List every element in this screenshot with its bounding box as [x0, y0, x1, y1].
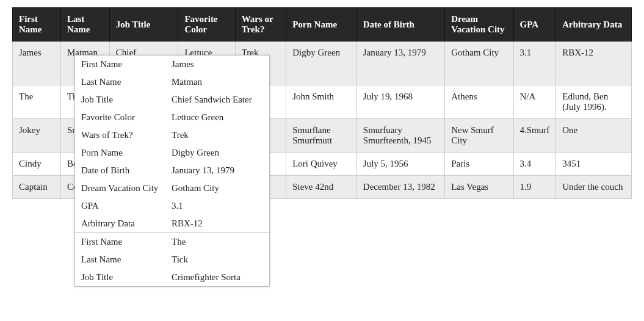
col-first-name[interactable]: First Name	[13, 8, 61, 41]
cell: July 5, 1956	[356, 153, 444, 176]
cell: Lori Quivey	[286, 153, 357, 176]
detail-value: Chief Sandwich Eater	[172, 95, 263, 105]
detail-key: Date of Birth	[81, 165, 172, 176]
detail-row: First NameJames	[75, 56, 269, 73]
detail-key: Last Name	[81, 77, 172, 87]
detail-popup[interactable]: First NameJames Last NameMatman Job Titl…	[74, 55, 270, 206]
detail-key: Dream Vacation City	[81, 183, 172, 193]
col-last-name[interactable]: Last Name	[61, 8, 110, 41]
cell: RBX-12	[556, 41, 632, 85]
cell: Gotham City	[445, 41, 513, 85]
cell: Cindy	[13, 153, 61, 176]
detail-value: James	[172, 59, 263, 70]
col-dream-vacation-city[interactable]: Dream Vacation City	[445, 8, 513, 41]
detail-value: January 13, 1979	[172, 165, 263, 176]
detail-value: Trek	[172, 130, 263, 140]
cell: Las Vegas	[445, 176, 513, 199]
cell: Digby Green	[286, 41, 357, 85]
col-date-of-birth[interactable]: Date of Birth	[356, 8, 444, 41]
col-porn-name[interactable]: Porn Name	[286, 8, 357, 41]
col-job-title[interactable]: Job Title	[109, 8, 178, 41]
detail-value: 3.1	[172, 201, 263, 206]
cell: New Smurf City	[445, 119, 513, 153]
detail-value: Digby Green	[172, 148, 263, 158]
detail-row: Last NameMatman	[75, 73, 269, 91]
cell: Paris	[445, 153, 513, 176]
detail-value: Gotham City	[172, 183, 263, 193]
cell: One	[556, 119, 632, 153]
cell: Steve 42nd	[286, 176, 357, 199]
detail-key: First Name	[81, 59, 172, 70]
cell: January 13, 1979	[356, 41, 444, 85]
cell: 3.1	[513, 41, 556, 85]
cell: 1.9	[513, 176, 556, 199]
cell: The	[13, 85, 61, 119]
cell: July 19, 1968	[356, 85, 444, 119]
cell: 3451	[556, 153, 632, 176]
detail-key: Wars of Trek?	[81, 130, 172, 140]
cell: Smurfuary Smurfteenth, 1945	[356, 119, 444, 153]
detail-row: Date of BirthJanuary 13, 1979	[75, 162, 269, 179]
table-header-row: First Name Last Name Job Title Favorite …	[13, 8, 632, 41]
detail-row: Porn NameDigby Green	[75, 144, 269, 162]
cell: John Smith	[286, 85, 357, 119]
cell: Edlund, Ben (July 1996).	[556, 85, 632, 119]
detail-row: Dream Vacation CityGotham City	[75, 179, 269, 197]
cell: James	[13, 41, 61, 85]
cell: 3.4	[513, 153, 556, 176]
cell: December 13, 1982	[356, 176, 444, 199]
cell: Smurflane Smurfmutt	[286, 119, 357, 153]
col-gpa[interactable]: GPA	[513, 8, 556, 41]
detail-row: Favorite ColorLettuce Green	[75, 109, 269, 126]
detail-row: GPA3.1	[75, 197, 269, 206]
detail-key: Job Title	[81, 95, 172, 105]
cell: Captain	[13, 176, 61, 199]
detail-value: Lettuce Green	[172, 112, 263, 123]
detail-row: Job TitleChief Sandwich Eater	[75, 91, 269, 109]
cell: Under the couch	[556, 176, 632, 199]
col-favorite-color[interactable]: Favorite Color	[178, 8, 235, 41]
cell: N/A	[513, 85, 556, 119]
detail-key: Porn Name	[81, 148, 172, 158]
detail-key: GPA	[81, 201, 172, 206]
cell: Jokey	[13, 119, 61, 153]
detail-value: Matman	[172, 77, 263, 87]
detail-group: First NameJames Last NameMatman Job Titl…	[75, 56, 269, 206]
cell: 4.Smurf	[513, 119, 556, 153]
cell: Athens	[445, 85, 513, 119]
detail-key: Favorite Color	[81, 112, 172, 123]
col-arbitrary-data[interactable]: Arbitrary Data	[556, 8, 632, 41]
col-wars-or-trek[interactable]: Wars or Trek?	[235, 8, 286, 41]
detail-row: Wars of Trek?Trek	[75, 126, 269, 144]
